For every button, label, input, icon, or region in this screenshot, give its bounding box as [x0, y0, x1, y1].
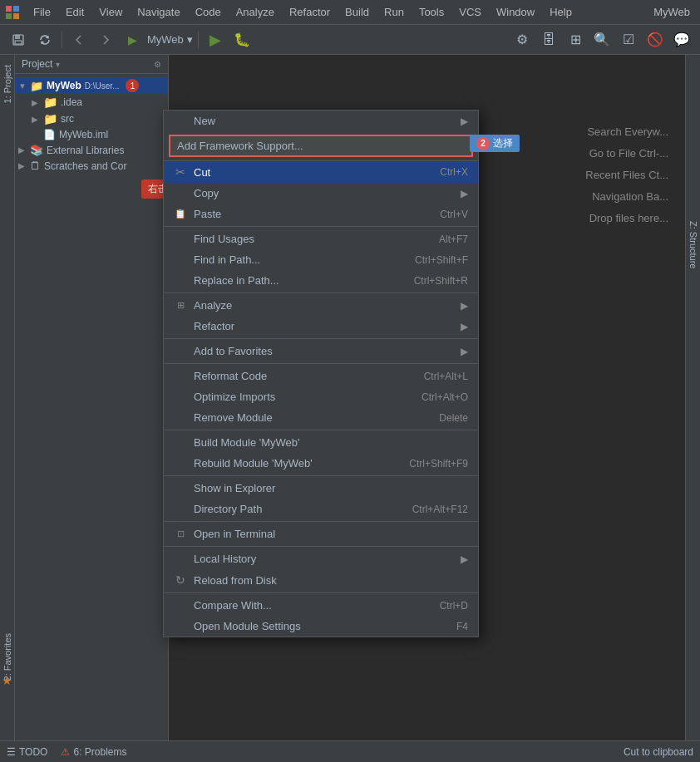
tree-item-myweb-iml[interactable]: 📄 MyWeb.iml — [15, 127, 168, 142]
sidebar: Project ▾ ⚙ ▼ 📁 MyWeb D:\User... 1 ▶ 📁 .… — [15, 55, 169, 740]
menu-run[interactable]: Run — [377, 4, 411, 20]
ctx-item-copy[interactable]: Copy ▶ — [164, 183, 478, 204]
toolbar: ▶ MyWeb ▾ ▶ 🐛 ⚙ 🗄 ⊞ 🔍 ☑ 🚫 💬 — [0, 25, 700, 55]
sidebar-dropdown-arrow[interactable]: ▾ — [56, 60, 60, 69]
problems-count: 6: Problems — [73, 746, 126, 758]
tree-item-ext-libs[interactable]: ▶ 📚 External Libraries — [15, 142, 168, 158]
ctx-item-cut[interactable]: ✂ Cut Ctrl+X — [164, 161, 478, 183]
sep3 — [164, 338, 478, 339]
chat-icon[interactable]: 💬 — [670, 28, 693, 52]
hint-search: Search Everyw... — [585, 121, 668, 143]
ctx-label-optimize: Optimize Imports — [194, 391, 415, 403]
save-button[interactable] — [7, 28, 30, 52]
menu-edit[interactable]: Edit — [59, 4, 91, 20]
status-text: Cut to clipboard — [624, 746, 693, 758]
refactor-arrow-icon: ▶ — [461, 321, 468, 332]
ctx-item-terminal[interactable]: ⊡ Open in Terminal — [164, 524, 478, 544]
ctx-item-rebuild-module[interactable]: Rebuild Module 'MyWeb' Ctrl+Shift+F9 — [164, 453, 478, 474]
ctx-label-show-explorer: Show in Explorer — [194, 482, 468, 494]
sync-button[interactable] — [33, 28, 57, 52]
search-hints: Search Everyw... Go to File Ctrl-... Rec… — [585, 121, 668, 229]
ctx-item-find-usages[interactable]: Find Usages Alt+F7 — [164, 229, 478, 249]
ctx-label-compare: Compare With... — [194, 599, 433, 612]
run-config-name[interactable]: MyWeb ▾ — [147, 33, 193, 46]
tree-item-scratches[interactable]: ▶ 🗒 Scratches and Cor — [15, 158, 168, 174]
ctx-item-reformat[interactable]: Reformat Code Ctrl+Alt+L — [164, 366, 478, 386]
menu-build[interactable]: Build — [338, 4, 376, 20]
ctx-item-show-explorer[interactable]: Show in Explorer — [164, 478, 478, 499]
tree-item-myweb[interactable]: ▼ 📁 MyWeb D:\User... 1 — [15, 77, 168, 94]
ctx-shortcut-paste: Ctrl+V — [440, 209, 468, 220]
todo-list-icon: ☰ — [7, 746, 16, 758]
problems-icon: ⚠ — [61, 746, 70, 758]
folder-icon-src: 📁 — [43, 112, 57, 125]
ctx-item-compare[interactable]: Compare With... Ctrl+D — [164, 595, 478, 616]
no-icon[interactable]: 🚫 — [643, 28, 667, 52]
wrench-icon[interactable]: ⚙ — [510, 28, 534, 52]
ctx-item-module-settings[interactable]: Open Module Settings F4 — [164, 616, 478, 637]
menu-window[interactable]: Window — [490, 4, 541, 20]
sep2 — [164, 293, 478, 293]
hint-goto-file: Go to File Ctrl-... — [585, 143, 668, 165]
menu-help[interactable]: Help — [543, 4, 579, 20]
ctx-item-directory-path[interactable]: Directory Path Ctrl+Alt+F12 — [164, 499, 478, 519]
ctx-item-local-history[interactable]: Local History ▶ — [164, 548, 478, 569]
star-icon: ★ — [2, 674, 12, 687]
run-config-label: MyWeb — [147, 33, 184, 46]
svg-rect-5 — [15, 35, 20, 39]
tree-item-src[interactable]: ▶ 📁 src — [15, 111, 168, 127]
ctx-shortcut-remove: Delete — [439, 412, 468, 424]
sidebar-settings-icon[interactable]: ⚙ — [154, 60, 161, 69]
search-icon[interactable]: 🔍 — [590, 28, 614, 52]
ctx-item-reload-disk[interactable]: ↻ Reload from Disk — [164, 569, 478, 591]
run-button[interactable]: ▶ — [204, 28, 227, 52]
problems-button[interactable]: ⚠ 6: Problems — [61, 746, 126, 758]
menu-navigate[interactable]: Navigate — [131, 4, 186, 20]
tree-label-ext-libs: External Libraries — [47, 145, 124, 156]
menu-analyze[interactable]: Analyze — [229, 4, 281, 20]
ctx-item-replace-path[interactable]: Replace in Path... Ctrl+Shift+R — [164, 270, 478, 291]
menu-view[interactable]: View — [92, 4, 129, 20]
svg-rect-2 — [6, 13, 12, 19]
structure-panel-label[interactable]: Z: Structure — [688, 221, 698, 268]
sep1 — [164, 226, 478, 227]
ctx-label-build-module: Build Module 'MyWeb' — [194, 436, 468, 449]
ctx-badge: 2 选择 — [470, 135, 520, 152]
project-panel-label[interactable]: 1: Project — [1, 61, 14, 106]
ctx-shortcut-directory: Ctrl+Alt+F12 — [412, 504, 468, 515]
menu-code[interactable]: Code — [189, 4, 228, 20]
tree-item-idea[interactable]: ▶ 📁 .idea — [15, 94, 168, 111]
todo-icon[interactable]: ☑ — [617, 28, 640, 52]
ctx-item-remove-module[interactable]: Remove Module Delete — [164, 407, 478, 428]
todo-label: TODO — [19, 746, 47, 758]
sep7 — [164, 521, 478, 522]
database-icon[interactable]: 🗄 — [537, 28, 560, 52]
menu-tools[interactable]: Tools — [412, 4, 451, 20]
menu-refactor[interactable]: Refactor — [283, 4, 337, 20]
ctx-item-find-path[interactable]: Find in Path... Ctrl+Shift+F — [164, 249, 478, 270]
ctx-item-new[interactable]: New ▶ — [164, 111, 478, 131]
debug-button[interactable]: 🐛 — [230, 28, 254, 52]
ctx-item-refactor[interactable]: Refactor ▶ — [164, 316, 478, 337]
menu-vcs[interactable]: VCS — [452, 4, 488, 20]
hint-recent-files: Recent Files Ct... — [585, 165, 668, 186]
ctx-item-paste[interactable]: 📋 Paste Ctrl+V — [164, 204, 478, 224]
ctx-item-build-module[interactable]: Build Module 'MyWeb' — [164, 432, 478, 453]
ctx-item-optimize[interactable]: Optimize Imports Ctrl+Alt+O — [164, 386, 478, 407]
expand-arrow-ext: ▶ — [18, 145, 27, 155]
ctx-label-terminal: Open in Terminal — [194, 528, 468, 540]
app-logo — [3, 3, 22, 22]
ctx-search-input[interactable] — [169, 135, 473, 157]
svg-rect-0 — [6, 6, 12, 12]
menu-file[interactable]: File — [27, 4, 57, 20]
git-icon[interactable]: ⊞ — [564, 28, 587, 52]
ctx-search-row: 2 选择 — [164, 131, 478, 161]
ctx-item-analyze[interactable]: ⊞ Analyze ▶ — [164, 295, 478, 316]
ctx-item-favorites[interactable]: Add to Favorites ▶ — [164, 341, 478, 361]
lib-icon: 📚 — [30, 144, 43, 156]
forward-button[interactable] — [94, 28, 117, 52]
favorites-arrow-icon: ▶ — [461, 346, 468, 357]
separator2 — [198, 32, 199, 48]
todo-button[interactable]: ☰ TODO — [7, 746, 47, 758]
back-button[interactable] — [67, 28, 91, 52]
